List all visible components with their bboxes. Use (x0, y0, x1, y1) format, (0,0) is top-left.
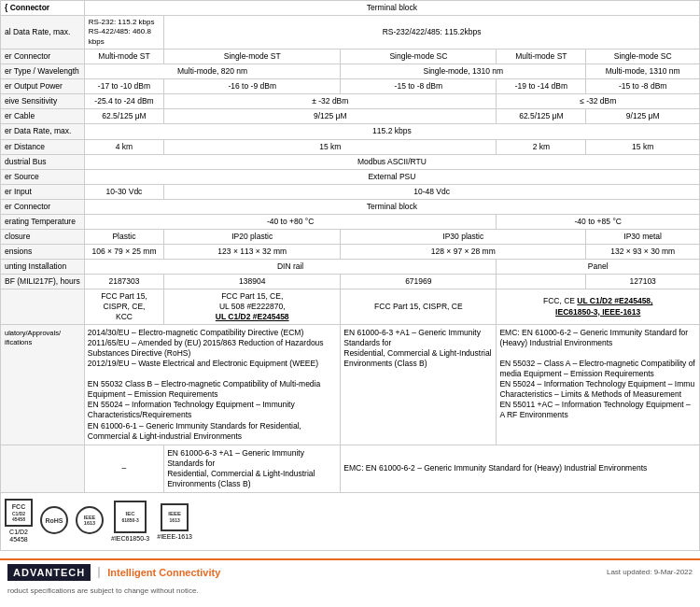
cell-value: ≤ -32 dBm (497, 94, 700, 109)
table-row: al Data Rate, max. RS-232: 115.2 kbpsRS-… (1, 16, 700, 49)
row-label (1, 289, 85, 324)
ieee-1613-logo-icon: IEEE 1613 (76, 506, 104, 534)
cell-value (497, 274, 586, 289)
cell-value: Single-mode, 1310 nm (341, 64, 586, 79)
table-row: FCC Part 15, CISPR, CE,KCC FCC Part 15, … (1, 289, 700, 324)
row-label: er Connector (1, 199, 85, 214)
cell-value: 2187303 (84, 274, 163, 289)
logos-section: FCC C1/D2 45458 C1/D245458 RoHS IEEE 161… (0, 493, 700, 551)
row-label: er Distance (1, 139, 85, 154)
cell-value: -19 to -14 dBm (497, 79, 586, 94)
row-label: er Input (1, 184, 85, 199)
cell-value: 2014/30/EU – Electro-magnetic Compatibil… (84, 325, 340, 445)
table-row: ensions 106 × 79 × 25 mm 123 × 113 × 32 … (1, 244, 700, 259)
cell-value: IP20 plastic (164, 229, 341, 244)
cell-value: Multi-mode ST (84, 49, 163, 64)
iec-logo-icon: IEC 61850-3 (114, 501, 147, 533)
ieee-1613-logo: IEEE 1613 (76, 506, 104, 536)
table-row: er Source External PSU (1, 169, 700, 184)
cell-value: -40 to +80 °C (84, 214, 497, 229)
row-label: al Data Rate, max. (1, 16, 85, 49)
brand-section: ADVANTECH Intelligent Connectivity (7, 564, 220, 581)
cell-value: 106 × 79 × 25 mm (84, 244, 163, 259)
row-label: dustrial Bus (1, 154, 85, 169)
cell-value: Multi-mode, 1310 nm (586, 64, 700, 79)
row-label: er Source (1, 169, 85, 184)
cell-value: 10-48 Vdc (164, 184, 700, 199)
cell-value: -16 to -9 dBm (164, 79, 341, 94)
fcc-logo-icon: FCC C1/D2 45458 (5, 499, 33, 527)
iec-logo-label: #IEC61850-3 (111, 535, 149, 542)
cell-value: 128 × 97 × 28 mm (341, 244, 586, 259)
regulatory-row: ulatory/Approvals/ifications 2014/30/EU … (1, 325, 700, 445)
row-label: ensions (1, 244, 85, 259)
rohs-logo-icon: RoHS (40, 506, 68, 534)
cell-value: 15 km (586, 139, 700, 154)
advantech-logo: ADVANTECH (7, 564, 91, 581)
table-row: er Data Rate, max. 115.2 kbps (1, 124, 700, 139)
cell-value: – (84, 445, 163, 492)
table-row: er Input 10-30 Vdc 10-48 Vdc (1, 184, 700, 199)
cell-value: External PSU (84, 169, 699, 184)
iec-logo: IEC 61850-3 #IEC61850-3 (111, 501, 149, 542)
cell-value: -17 to -10 dBm (84, 79, 163, 94)
cell-value: EN 61000-6-3 +A1 – Generic Immunity Stan… (341, 325, 497, 445)
row-label: er Connector (1, 49, 85, 64)
cell-value: Terminal block (84, 1, 699, 16)
cell-value: FCC, CE UL C1/D2 #E245458,IEC61850-3, IE… (497, 289, 700, 324)
cell-value: 132 × 93 × 30 mm (586, 244, 700, 259)
cell-value: 62.5/125 μM (84, 109, 163, 124)
last-updated: Last updated: 9-Mar-2022 (607, 568, 693, 576)
cell-value: ± -32 dBm (164, 94, 497, 109)
table-row: { Connector Terminal block (1, 1, 700, 16)
cell-value: EMC: EN 61000-6-2 – Generic Immunity Sta… (497, 325, 700, 445)
cell-value: 62.5/125 μM (497, 109, 586, 124)
row-label: closure (1, 229, 85, 244)
ieee-square-logo: IEEE 1613 #IEEE-1613 (157, 503, 192, 540)
cell-value: Multi-mode, 820 nm (84, 64, 340, 79)
cell-value: -15 to -8 dBm (586, 79, 700, 94)
fcc-logo-label: C1/D245458 (9, 529, 28, 544)
cell-value: Single-mode ST (164, 49, 341, 64)
row-label: { Connector (1, 1, 85, 16)
cell-value: FCC Part 15, CISPR, CE (341, 289, 497, 324)
table-row: er Distance 4 km 15 km 2 km 15 km (1, 139, 700, 154)
cell-value: 4 km (84, 139, 163, 154)
row-label: erating Temperature (1, 214, 85, 229)
cell-value: -15 to -8 dBm (341, 79, 497, 94)
cell-value: 127103 (586, 274, 700, 289)
table-row: eive Sensitivity -25.4 to -24 dBm ± -32 … (1, 94, 700, 109)
cell-value: 15 km (164, 139, 497, 154)
cell-value: -25.4 to -24 dBm (84, 94, 163, 109)
row-label: er Type / Wavelength (1, 64, 85, 79)
footer-bar: ADVANTECH Intelligent Connectivity Last … (0, 558, 700, 585)
table-row: er Connector Terminal block (1, 199, 700, 214)
spec-table: { Connector Terminal block al Data Rate,… (0, 0, 700, 493)
row-label (1, 445, 85, 492)
cell-value: IP30 metal (586, 229, 700, 244)
cell-value: Multi-mode ST (497, 49, 586, 64)
cell-value: 671969 (341, 274, 497, 289)
tagline: Intelligent Connectivity (98, 567, 220, 578)
footer-notice: roduct specifications are subject to cha… (0, 585, 700, 599)
cell-value: 10-30 Vdc (84, 184, 163, 199)
table-row: BF (MILI217F), hours 2187303 138904 6719… (1, 274, 700, 289)
cell-value: RS-232: 115.2 kbpsRS-422/485: 460.8 kbps (84, 16, 163, 49)
cell-value: 138904 (164, 274, 341, 289)
table-row: closure Plastic IP20 plastic IP30 plasti… (1, 229, 700, 244)
cell-value: EMC: EN 61000-6-2 – Generic Immunity Sta… (341, 445, 700, 492)
row-label: BF (MILI217F), hours (1, 274, 85, 289)
cell-value: EN 61000-6-3 +A1 – Generic Immunity Stan… (164, 445, 341, 492)
cell-value: IP30 plastic (341, 229, 586, 244)
row-label: unting Installation (1, 259, 85, 274)
cell-value: Single-mode SC (341, 49, 497, 64)
row-label: ulatory/Approvals/ifications (1, 325, 85, 445)
cell-value: -40 to +85 °C (497, 214, 700, 229)
cell-value: RS-232/422/485: 115.2kbps (164, 16, 700, 49)
row-label: eive Sensitivity (1, 94, 85, 109)
table-row: er Type / Wavelength Multi-mode, 820 nm … (1, 64, 700, 79)
cell-value: FCC Part 15, CISPR, CE,KCC (84, 289, 163, 324)
table-row: er Cable 62.5/125 μM 9/125 μM 62.5/125 μ… (1, 109, 700, 124)
row-label: er Cable (1, 109, 85, 124)
ieee-square-logo-icon: IEEE 1613 (161, 503, 189, 531)
